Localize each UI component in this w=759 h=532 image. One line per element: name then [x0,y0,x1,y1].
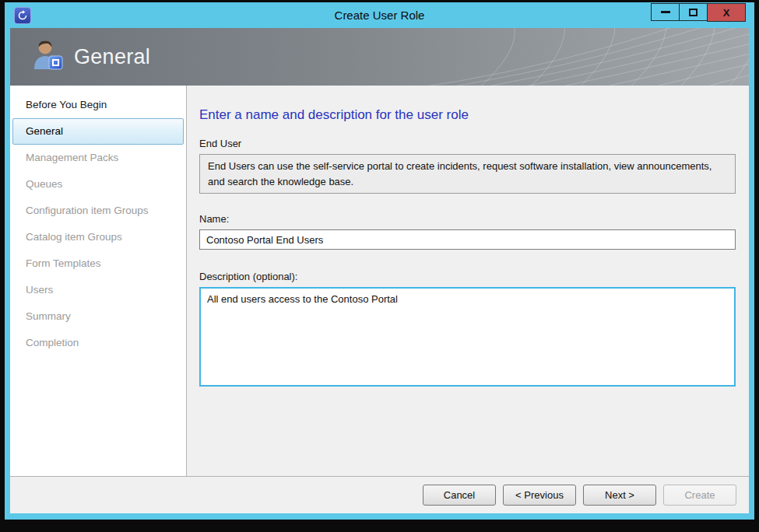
window-body: General Before You Begin General Managem… [10,28,749,513]
close-icon: X [723,8,730,18]
page-heading: Enter a name and description for the use… [199,107,736,123]
sidebar-item-configuration-item-groups: Configuration item Groups [12,198,184,224]
description-label: Description (optional): [199,271,736,282]
description-input[interactable]: All end users access to the Contoso Port… [199,287,736,387]
window-controls: X [652,3,746,22]
sidebar-item-general[interactable]: General [12,118,184,145]
sidebar-item-catalog-item-groups: Catalog item Groups [12,224,184,250]
screenshot-frame: Create User Role X [0,0,759,532]
previous-button[interactable]: < Previous [503,485,576,506]
wizard-steps-sidebar: Before You Begin General Management Pack… [10,86,187,476]
name-input[interactable] [199,229,736,250]
maximize-button[interactable] [679,3,708,21]
close-button[interactable]: X [707,3,746,22]
sidebar-item-before-you-begin[interactable]: Before You Begin [12,92,184,118]
sidebar-item-form-templates: Form Templates [12,250,184,277]
profile-description-box: End Users can use the self-service porta… [199,154,736,194]
footer-button-bar: Cancel < Previous Next > Create [10,476,749,513]
create-user-role-window: Create User Role X [5,2,754,520]
sidebar-item-queues: Queues [12,171,184,198]
profile-name-label: End User [199,138,736,149]
sidebar-item-management-packs: Management Packs [12,145,184,171]
titlebar[interactable]: Create User Role X [10,2,749,28]
sidebar-item-completion: Completion [12,330,184,356]
content-panel: Enter a name and description for the use… [187,86,749,476]
cancel-button[interactable]: Cancel [423,485,496,506]
page-title: General [74,45,150,69]
create-button: Create [663,485,736,506]
next-button[interactable]: Next > [583,485,656,506]
wizard-header: General [10,28,749,86]
maximize-icon [689,9,698,16]
mesh-decoration [360,28,749,86]
window-title: Create User Role [10,9,749,22]
user-role-icon [30,39,65,75]
main-area: Before You Begin General Management Pack… [10,86,749,476]
minimize-button[interactable] [651,3,680,21]
sidebar-item-users: Users [12,277,184,303]
minimize-icon [661,11,670,13]
sidebar-item-summary: Summary [12,303,184,330]
name-label: Name: [199,213,736,225]
